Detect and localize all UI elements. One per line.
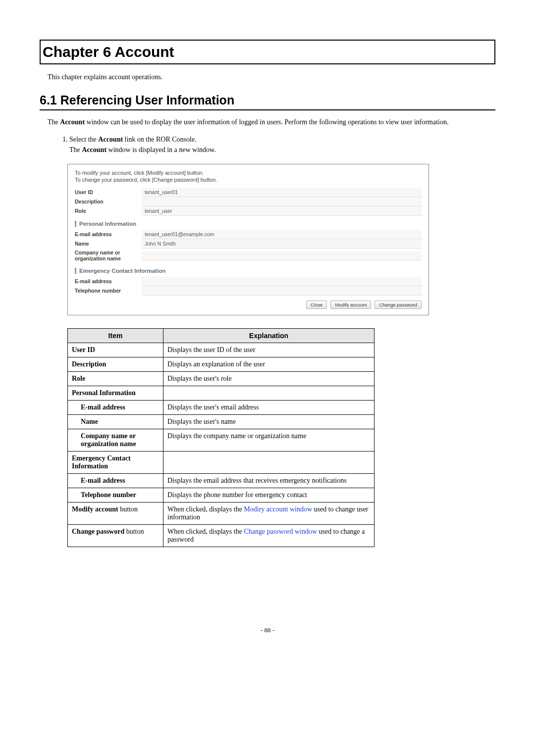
ss-value-name: John N Smith [142, 239, 422, 249]
ss-value-description [142, 197, 422, 206]
doc-link[interactable]: Change password window [244, 528, 317, 535]
section-body-1: The Account window can be used to displa… [48, 117, 487, 127]
table-row: NameDisplays the user's name [68, 415, 374, 429]
text: The [48, 118, 60, 126]
td-explanation: When clicked, displays the Modiry accoun… [163, 503, 374, 525]
ss-label-userid: User ID [75, 188, 142, 197]
ss-label-tel: Telephone number [75, 287, 142, 296]
modify-account-button[interactable]: Modify account [330, 301, 371, 309]
ss-label-eemail: E-mail address [75, 277, 142, 286]
td-item: Description [68, 357, 163, 372]
td-item: E-mail address [68, 474, 163, 488]
ss-value-email: tenant_user01@example.com [142, 230, 422, 239]
text: Select the [69, 136, 98, 143]
table-row: Personal Information [68, 386, 374, 401]
ss-label-name: Name [75, 240, 142, 249]
table-row: Emergency Contact Information [68, 452, 374, 474]
td-item: Telephone number [68, 488, 163, 503]
td-item: Personal Information [68, 386, 163, 401]
text: The [69, 146, 82, 153]
td-explanation: Displays the user's name [163, 415, 374, 429]
chapter-title: Chapter 6 Account [40, 40, 495, 64]
step-1: Select the Account link on the ROR Conso… [69, 134, 487, 155]
td-explanation: When clicked, displays the Change passwo… [163, 525, 374, 547]
td-item: Change password button [68, 525, 163, 547]
td-item: E-mail address [68, 401, 163, 415]
ss-label-role: Role [75, 207, 142, 216]
th-explanation: Explanation [163, 329, 374, 343]
ss-row-name: Name John N Smith [75, 239, 422, 249]
ss-value-company [142, 251, 422, 260]
table-row: User IDDisplays the user ID of the user [68, 343, 374, 357]
td-explanation: Displays an explanation of the user [163, 357, 374, 372]
table-row: Company name or organization nameDisplay… [68, 429, 374, 452]
td-item: Emergency Contact Information [68, 452, 163, 474]
page-number: - 88 - [40, 626, 495, 634]
td-explanation: Displays the email address that receives… [163, 474, 374, 488]
td-item: Company name or organization name [68, 429, 163, 452]
ss-row-email: E-mail address tenant_user01@example.com [75, 230, 422, 239]
ss-row-eemail: E-mail address [75, 277, 422, 286]
text: To change your password, click [Change p… [75, 177, 217, 183]
td-explanation: Displays the user's email address [163, 401, 374, 415]
ss-row-role: Role tenant_user [75, 206, 422, 216]
text: To modify your account, click [Modify ac… [75, 170, 204, 176]
account-window-screenshot: To modify your account, click [Modify ac… [67, 164, 429, 316]
text: link on the ROR Console. [123, 136, 197, 143]
ss-value-userid: tenant_user01 [142, 188, 422, 197]
ss-value-eemail [142, 277, 422, 286]
ss-section-emergency: Emergency Contact Information [75, 268, 422, 274]
ss-value-tel [142, 286, 422, 296]
table-row: E-mail addressDisplays the user's email … [68, 401, 374, 415]
td-item: Role [68, 372, 163, 386]
table-row: Modify account buttonWhen clicked, displ… [68, 503, 374, 525]
td-explanation: Displays the company name or organizatio… [163, 429, 374, 452]
explanation-table: Item Explanation User IDDisplays the use… [67, 328, 374, 547]
step-list: Select the Account link on the ROR Conso… [57, 134, 487, 155]
td-item: Name [68, 415, 163, 429]
td-explanation [163, 452, 374, 474]
td-explanation: Displays the phone number for emergency … [163, 488, 374, 503]
ss-button-row: Close Modify account Change password [75, 301, 422, 309]
text-bold: Account [82, 146, 107, 153]
table-row: DescriptionDisplays an explanation of th… [68, 357, 374, 372]
ss-instructions: To modify your account, click [Modify ac… [75, 169, 422, 184]
ss-label-email: E-mail address [75, 230, 142, 239]
td-explanation: Displays the user's role [163, 372, 374, 386]
table-row: RoleDisplays the user's role [68, 372, 374, 386]
table-row: Change password buttonWhen clicked, disp… [68, 525, 374, 547]
td-item: Modify account button [68, 503, 163, 525]
text: window is displayed in a new window. [107, 146, 216, 153]
text-bold: Account [98, 136, 123, 143]
ss-label-company: Company name or organization name [75, 249, 142, 263]
ss-label-description: Description [75, 198, 142, 206]
doc-link[interactable]: Modiry account window [244, 505, 312, 513]
text: window can be used to display the user i… [85, 118, 448, 126]
td-explanation: Displays the user ID of the user [163, 343, 374, 357]
ss-value-role: tenant_user [142, 206, 422, 216]
ss-section-personal: Personal Information [75, 221, 422, 227]
th-item: Item [68, 329, 163, 343]
table-header-row: Item Explanation [68, 329, 374, 343]
td-explanation [163, 386, 374, 401]
section-title: 6.1 Referencing User Information [40, 93, 495, 110]
ss-row-tel: Telephone number [75, 286, 422, 296]
ss-row-description: Description [75, 197, 422, 206]
text-bold: Account [60, 118, 85, 126]
change-password-button[interactable]: Change password [374, 301, 422, 309]
ss-row-company: Company name or organization name [75, 249, 422, 263]
table-row: Telephone numberDisplays the phone numbe… [68, 488, 374, 503]
td-item: User ID [68, 343, 163, 357]
table-row: E-mail addressDisplays the email address… [68, 474, 374, 488]
chapter-intro: This chapter explains account operations… [48, 73, 495, 81]
close-button[interactable]: Close [306, 301, 327, 309]
ss-row-userid: User ID tenant_user01 [75, 188, 422, 197]
